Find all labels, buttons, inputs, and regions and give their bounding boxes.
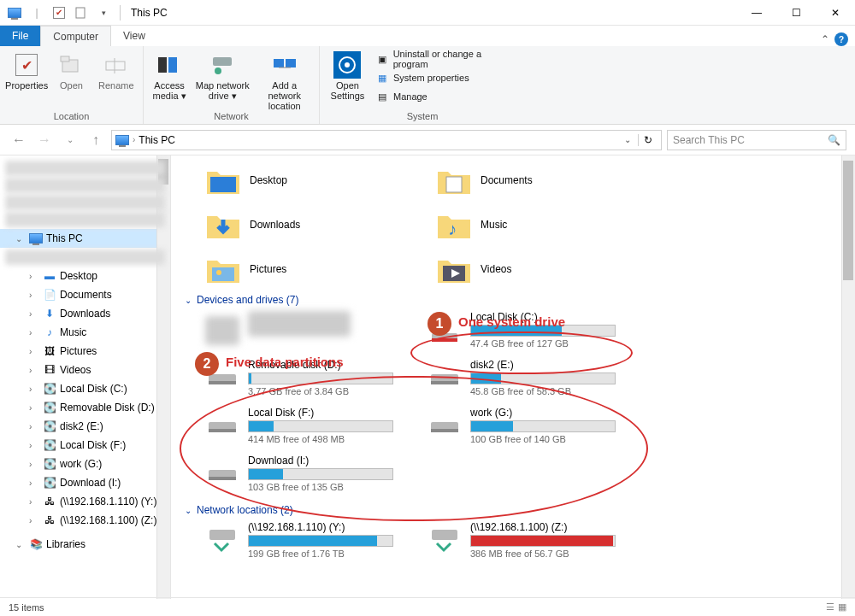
- ribbon-collapse-icon[interactable]: ⌃: [821, 33, 829, 45]
- tree-documents[interactable]: ›📄Documents: [0, 285, 170, 304]
- tab-computer[interactable]: Computer: [40, 26, 111, 46]
- open-icon: [57, 51, 85, 79]
- addr-dropdown[interactable]: ⌄: [621, 135, 634, 144]
- forward-button[interactable]: →: [34, 130, 55, 150]
- map-drive-button[interactable]: Map network drive ▾: [192, 50, 253, 102]
- qat-dropdown[interactable]: ▾: [94, 3, 113, 22]
- recent-dropdown[interactable]: ⌄: [60, 130, 80, 150]
- tree-local-f[interactable]: ›💽Local Disk (F:): [0, 436, 170, 455]
- status-item-count: 15 items: [9, 602, 44, 613]
- tree-music[interactable]: ›♪Music: [0, 323, 170, 342]
- tree-pictures[interactable]: ›🖼Pictures: [0, 342, 170, 361]
- drive-g[interactable]: work (G:)100 GB free of 140 GB: [428, 407, 624, 444]
- tree-blur-2: [5, 178, 165, 193]
- drive-f-icon: [205, 412, 239, 441]
- svg-rect-34: [209, 477, 236, 480]
- svg-rect-2: [61, 56, 69, 62]
- svg-rect-18: [212, 267, 234, 281]
- refresh-button[interactable]: ↻: [638, 134, 657, 146]
- netdrive-z-icon: [428, 526, 462, 555]
- add-network-location-button[interactable]: Add a network location: [255, 50, 314, 111]
- qat-new-icon[interactable]: [72, 3, 91, 22]
- tree-removable-d[interactable]: ›💽Removable Disk (D:): [0, 398, 170, 417]
- drive-i-icon: [205, 460, 239, 489]
- add-location-icon: [271, 51, 298, 79]
- qat-check-icon[interactable]: ✔: [50, 3, 68, 22]
- tree-desktop[interactable]: ›▬Desktop: [0, 267, 170, 285]
- folder-desktop[interactable]: Desktop: [205, 162, 385, 198]
- folder-pictures[interactable]: Pictures: [205, 251, 385, 287]
- help-icon[interactable]: ?: [834, 32, 848, 46]
- tree-videos[interactable]: ›🎞Videos: [0, 361, 170, 379]
- svg-rect-24: [432, 338, 457, 342]
- access-media-button[interactable]: Access media ▾: [149, 50, 190, 102]
- section-devices[interactable]: ⌄Devices and drives (7): [185, 294, 838, 306]
- svg-rect-5: [158, 57, 167, 73]
- tree-local-c[interactable]: ›💽Local Disk (C:): [0, 379, 170, 398]
- drive-d[interactable]: Removable disk (D:)3.77 GB free of 3.84 …: [205, 359, 402, 396]
- tab-view[interactable]: View: [111, 26, 157, 46]
- tree-downloads[interactable]: ›⬇Downloads: [0, 304, 170, 323]
- tree-disk2-e[interactable]: ›💽disk2 (E:): [0, 417, 170, 436]
- svg-rect-15: [210, 177, 236, 192]
- tree-download-i[interactable]: ›💽Download (I:): [0, 473, 170, 492]
- netdrive-z[interactable]: (\\192.168.1.100) (Z:)386 MB free of 56.…: [428, 521, 624, 559]
- qat-divider: [120, 5, 121, 21]
- svg-rect-32: [431, 429, 458, 432]
- minimize-button[interactable]: —: [737, 0, 776, 26]
- drives-grid: Local Disk (C:)47.4 GB free of 127 GB Re…: [205, 311, 838, 492]
- tree-blur-3: [5, 195, 165, 210]
- drive-c[interactable]: Local Disk (C:)47.4 GB free of 127 GB: [428, 311, 624, 349]
- svg-rect-6: [168, 57, 177, 73]
- svg-rect-35: [209, 530, 235, 540]
- view-large-icon[interactable]: ▦: [838, 601, 846, 613]
- tree-this-pc[interactable]: ⌄This PC: [0, 229, 170, 248]
- search-placeholder: Search This PC: [673, 134, 745, 146]
- properties-button[interactable]: ✔ Properties: [5, 50, 48, 91]
- tree-work-g[interactable]: ›💽work (G:): [0, 455, 170, 473]
- tree-net-y[interactable]: ›🖧(\\192.168.1.110) (Y:): [0, 492, 170, 511]
- view-details-icon[interactable]: ☰: [826, 601, 834, 613]
- tree-net-z[interactable]: ›🖧(\\192.168.1.100) (Z:): [0, 511, 170, 530]
- main-scrollbar[interactable]: [841, 155, 855, 599]
- svg-rect-16: [446, 177, 462, 192]
- svg-point-8: [215, 67, 221, 74]
- drive-e[interactable]: disk2 (E:)45.8 GB free of 58.3 GB: [428, 359, 624, 396]
- drive-f[interactable]: Local Disk (F:)414 MB free of 498 MB: [205, 407, 402, 444]
- status-bar: 15 items ☰ ▦: [0, 597, 855, 616]
- tab-file[interactable]: File: [0, 26, 40, 46]
- system-properties-button[interactable]: ▦System properties: [372, 68, 520, 87]
- group-network-label: Network: [144, 111, 319, 124]
- folder-music[interactable]: ♪Music: [436, 207, 616, 243]
- group-system-label: System: [320, 111, 525, 124]
- tree-blur-4: [5, 212, 165, 227]
- maximize-button[interactable]: ☐: [776, 0, 816, 26]
- folder-downloads[interactable]: Downloads: [205, 207, 385, 243]
- qat-pc-icon: [5, 3, 24, 22]
- nav-tree: ⌄This PC ›▬Desktop ›📄Documents ›⬇Downloa…: [0, 155, 171, 599]
- ribbon-tabs: File Computer View ⌃ ?: [0, 26, 855, 46]
- uninstall-program-button[interactable]: ▣Uninstall or change a program: [372, 50, 520, 68]
- folder-documents[interactable]: Documents: [436, 162, 616, 198]
- section-network[interactable]: ⌄Network locations (2): [185, 504, 838, 516]
- drive-i[interactable]: Download (I:)103 GB free of 135 GB: [205, 455, 402, 492]
- drive-hidden[interactable]: [205, 311, 402, 349]
- open-settings-button[interactable]: Open Settings: [325, 50, 370, 101]
- drive-g-icon: [428, 412, 462, 441]
- rename-button[interactable]: Rename: [95, 50, 138, 91]
- netdrive-y[interactable]: (\\192.168.1.110) (Y:)199 GB free of 1.7…: [205, 521, 402, 559]
- tree-libraries[interactable]: ⌄📚Libraries: [0, 535, 170, 554]
- open-button[interactable]: Open: [50, 50, 92, 91]
- close-button[interactable]: ✕: [816, 0, 855, 26]
- back-button[interactable]: ←: [9, 130, 29, 150]
- address-bar[interactable]: › This PC ⌄ ↻: [111, 130, 662, 150]
- up-button[interactable]: ↑: [86, 130, 106, 150]
- svg-rect-26: [209, 381, 236, 384]
- qat-separator: |: [27, 3, 46, 22]
- svg-rect-36: [432, 530, 457, 540]
- search-box[interactable]: Search This PC 🔍: [667, 130, 846, 150]
- group-location-label: Location: [0, 111, 143, 124]
- svg-rect-28: [431, 381, 458, 384]
- folder-videos[interactable]: Videos: [436, 251, 616, 287]
- manage-button[interactable]: ▤Manage: [372, 87, 520, 106]
